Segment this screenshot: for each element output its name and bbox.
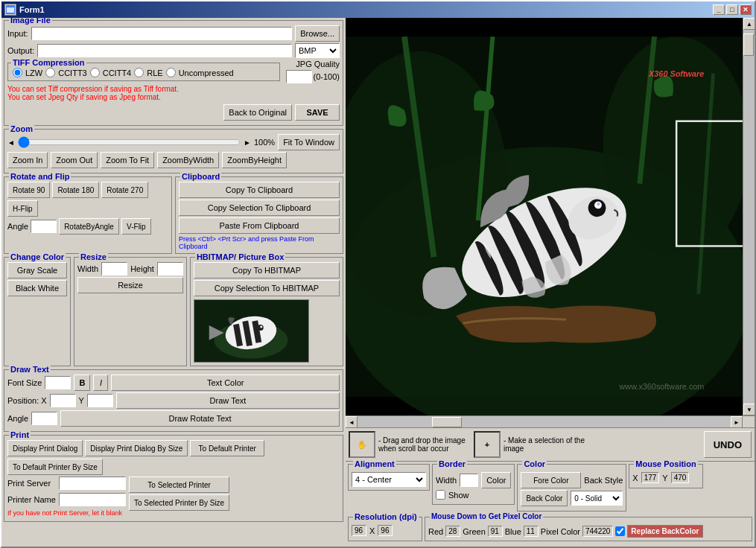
- minimize-button[interactable]: _: [713, 4, 725, 15]
- print-group: Print Display Print Dialog Display Print…: [4, 435, 343, 522]
- rotate-by-angle-button[interactable]: RotateByAngle: [59, 218, 119, 235]
- browse-button[interactable]: Browse...: [295, 25, 340, 42]
- scroll-track-v[interactable]: [743, 30, 755, 404]
- pos-y-input[interactable]: 100: [87, 394, 113, 407]
- to-selected-printer-by-size-button[interactable]: To Selected Printer By Size: [129, 494, 229, 511]
- zoom-to-fit-button[interactable]: Zoom To Fit: [101, 152, 154, 168]
- scroll-right-button[interactable]: ►: [731, 416, 743, 428]
- red-value: 28: [445, 526, 460, 537]
- border-width-label: Width: [436, 476, 457, 485]
- drag-icon: ✋: [357, 440, 367, 450]
- font-size-input[interactable]: 20: [45, 376, 71, 389]
- fore-color-button[interactable]: Fore Color: [521, 472, 581, 488]
- display-print-dialog-button[interactable]: Display Print Dialog: [7, 440, 83, 456]
- copy-to-hbitmap-button[interactable]: Copy To HBITMAP: [194, 262, 340, 278]
- save-button[interactable]: SAVE: [295, 104, 340, 121]
- replace-backcolor-button[interactable]: Replace BackColor: [627, 525, 702, 538]
- red-label: Red: [428, 527, 443, 536]
- print-label: Print: [9, 430, 31, 439]
- display-print-dialog-by-size-button[interactable]: Display Print Dialog By Size: [85, 440, 188, 456]
- back-color-button[interactable]: Back Color: [521, 490, 568, 506]
- resolution-group: Resolution (dpi) 96 X 96: [348, 517, 422, 541]
- tools-row: ✋ - Drag and drop the image when scroll …: [346, 427, 755, 461]
- undo-button[interactable]: UNDO: [704, 431, 752, 458]
- border-width-input[interactable]: 1: [460, 474, 478, 487]
- rotate180-button[interactable]: Rotate 180: [52, 182, 99, 198]
- scroll-up-button[interactable]: ▲: [743, 18, 755, 30]
- draw-angle-input[interactable]: 45: [31, 412, 57, 425]
- scroll-thumb-v[interactable]: [743, 34, 754, 56]
- to-default-printer-by-size-button[interactable]: To Default Printer By Size: [7, 459, 103, 475]
- clipboard-hint: Press <Ctrl> <Prt Scr> and press Paste F…: [179, 235, 340, 250]
- vflip-button[interactable]: V-Flip: [121, 218, 151, 235]
- jpg-quality-input[interactable]: 100: [286, 70, 312, 83]
- color-group: Color Fore Color Back Style Back Color 0…: [517, 464, 626, 512]
- color-label: Color: [522, 459, 547, 468]
- select-tool-button[interactable]: +: [474, 431, 501, 458]
- draw-rotate-text-button[interactable]: Draw Rotate Text: [60, 410, 340, 427]
- italic-button[interactable]: I: [93, 375, 108, 391]
- lzw-radio[interactable]: LZW: [11, 68, 42, 77]
- bold-button[interactable]: B: [74, 375, 90, 391]
- text-color-button[interactable]: Text Color: [111, 375, 340, 391]
- ccitt4-radio[interactable]: CCITT4: [89, 68, 132, 77]
- angle-input[interactable]: 45: [31, 220, 57, 233]
- width-input[interactable]: 500: [101, 262, 127, 275]
- pos-x-input[interactable]: 150: [50, 394, 76, 407]
- font-size-label: Font Size: [7, 378, 42, 387]
- scroll-left-button[interactable]: ◄: [346, 416, 358, 428]
- copy-to-clipboard-button[interactable]: Copy To Clipboard: [179, 182, 340, 198]
- copy-selection-to-clipboard-button[interactable]: Copy Selection To Clipboard: [179, 200, 340, 216]
- grayscale-button[interactable]: Gray Scale: [7, 262, 67, 278]
- zoom-slider[interactable]: [18, 136, 241, 148]
- resize-button[interactable]: Resize: [77, 277, 183, 293]
- scroll-down-button[interactable]: ▼: [743, 404, 755, 415]
- image-display[interactable]: X360 Software www.x360software.com: [346, 18, 743, 415]
- back-style-select[interactable]: 0 - Solid 1 - Transparent: [571, 491, 623, 506]
- pixel-color-group: Mouse Down to Get Pixel Color Red 28 Gre…: [425, 517, 752, 541]
- paste-from-clipboard-button[interactable]: Paste From Clipboard: [179, 217, 340, 234]
- rotate90-button[interactable]: Rotate 90: [7, 182, 50, 198]
- back-style-label: Back Style: [584, 476, 623, 485]
- output-label: Output:: [7, 46, 34, 55]
- zoom-by-height-button[interactable]: ZoomByHeight: [222, 152, 287, 168]
- back-to-original-button[interactable]: Back to Original: [223, 104, 292, 121]
- close-button[interactable]: ✕: [740, 4, 752, 15]
- svg-point-9: [260, 326, 262, 328]
- print-server-input[interactable]: ITDEPT_PQ1: [59, 477, 126, 490]
- zoom-out-button[interactable]: Zoom Out: [51, 152, 98, 168]
- rle-radio[interactable]: RLE: [133, 68, 162, 77]
- rotate-flip-group: Rotate and Flip Rotate 90 Rotate 180 Rot…: [4, 176, 172, 254]
- to-selected-printer-button[interactable]: To Selected Printer: [129, 477, 229, 493]
- output-path[interactable]: C:\TiffViewer\General\fish.bmp: [37, 44, 292, 57]
- fit-to-window-button[interactable]: Fit To Window: [278, 134, 340, 150]
- border-color-button[interactable]: Color: [481, 472, 511, 488]
- printer-name-input[interactable]: EPSON2: [59, 493, 126, 506]
- hflip-button[interactable]: H-Flip: [7, 200, 38, 217]
- output-format-select[interactable]: BMPJPGPNGTIFF: [295, 43, 340, 58]
- ccitt3-radio[interactable]: CCITT3: [44, 68, 87, 77]
- color-resize-row: Change Color Gray Scale Black White Resi…: [4, 257, 343, 369]
- vertical-scrollbar[interactable]: ▲ ▼: [743, 18, 755, 415]
- drag-tool-button[interactable]: ✋: [349, 431, 375, 458]
- scroll-thumb-h[interactable]: [432, 417, 462, 427]
- blackwhite-button[interactable]: Black White: [7, 280, 67, 296]
- pixel-color-label: Mouse Down to Get Pixel Color: [430, 512, 543, 520]
- to-default-printer-button[interactable]: To Default Printer: [190, 440, 264, 456]
- height-input[interactable]: 353: [157, 262, 183, 275]
- zoom-by-width-button[interactable]: ZoomByWidth: [157, 152, 219, 168]
- change-color-label: Change Color: [9, 252, 66, 261]
- uncompressed-radio[interactable]: Uncompressed: [165, 68, 234, 77]
- alignment-select[interactable]: 4 - Center 0 - Left 1 - Right 2 - Top 3 …: [352, 472, 426, 487]
- scroll-track-h[interactable]: [358, 416, 731, 427]
- jpg-quality-range: (0-100): [314, 72, 340, 81]
- border-show-checkbox[interactable]: [436, 490, 445, 500]
- pos-x-label: Position: X: [7, 396, 47, 405]
- replace-backcolor-checkbox[interactable]: [615, 526, 625, 536]
- copy-selection-to-hbitmap-button[interactable]: Copy Selection To HBITMAP: [194, 280, 340, 296]
- zoom-in-button[interactable]: Zoom In: [7, 152, 48, 168]
- maximize-button[interactable]: □: [726, 4, 738, 15]
- draw-text-button[interactable]: Draw Text: [116, 392, 340, 409]
- rotate270-button[interactable]: Rotate 270: [101, 182, 148, 198]
- input-path[interactable]: C:\TiffViewer\General\fish.jpg: [31, 27, 293, 40]
